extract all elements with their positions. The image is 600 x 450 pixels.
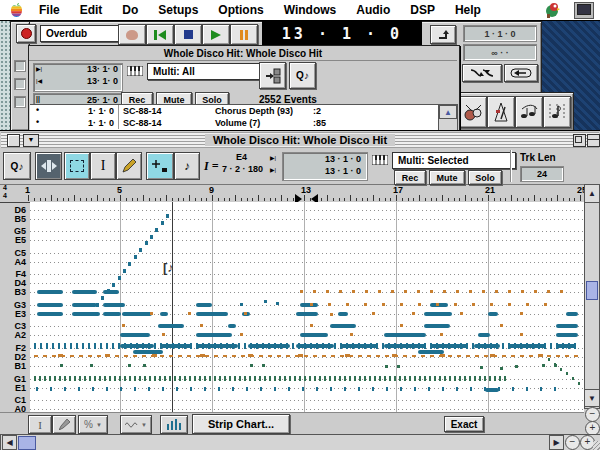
midi-note[interactable] [338,312,348,316]
vscroll-down-arrow[interactable]: ▼ [584,389,600,407]
menu-file[interactable]: File [29,3,70,17]
app-icon[interactable] [543,2,560,18]
menu-help[interactable]: Help [445,3,491,17]
insert-pitch[interactable]: E4 [236,152,247,162]
midi-note[interactable] [120,333,150,337]
loop-counter-display[interactable]: 1 · 1 · 0 [463,25,537,42]
midi-note[interactable] [430,303,448,307]
hscroll-left-arrow[interactable]: ◀ [2,435,17,450]
midi-note[interactable] [300,303,318,307]
mem-start-value[interactable]: 13· 1· 0 [87,64,118,74]
menu-audio[interactable]: Audio [346,3,400,17]
measure-ruler[interactable]: 44 15913172125 [0,184,584,203]
midi-note[interactable] [556,333,578,337]
loop-repeat-display[interactable]: ∞ · · [463,44,537,61]
midi-note[interactable] [37,303,63,307]
reshape-tool-button[interactable] [146,152,174,180]
midi-note[interactable] [424,324,450,328]
pencil-edit-button[interactable] [52,415,76,434]
exact-button[interactable]: Exact [444,416,484,432]
midi-note[interactable] [72,312,100,316]
collapse-box[interactable] [587,134,600,147]
scroll-tool-button[interactable] [35,152,62,180]
quantize-tool-button[interactable]: Q♪ [3,152,31,180]
midi-note[interactable] [384,333,426,337]
midi-run-note[interactable] [96,303,99,307]
midi-run-note[interactable] [134,255,137,259]
midi-run-note[interactable] [560,368,562,371]
midi-run-note[interactable] [554,363,556,366]
midi-note[interactable] [556,344,576,348]
punch-return-button[interactable] [504,64,538,82]
record-button[interactable] [16,24,36,43]
mem-end-value[interactable]: 13· 1· 0 [87,76,118,86]
midi-note[interactable] [196,303,212,307]
zoom-out-horizontal-button[interactable]: − [565,435,580,450]
counter-window-titlebar[interactable]: Whole Disco Hit: Whole Disco Hit [29,46,457,61]
midi-note[interactable] [424,312,452,316]
trk-len-field[interactable]: 24 [520,166,564,182]
strip-chart-button[interactable]: Strip Chart... [192,414,290,434]
application-switcher-icon[interactable] [574,2,594,19]
midi-run-note[interactable] [155,228,158,232]
midi-run-note[interactable] [118,276,121,280]
midi-note[interactable] [72,303,97,307]
ibeam-tool-button[interactable]: I [90,152,116,180]
overdub-field[interactable]: Overdub [40,25,124,42]
rewind-button[interactable] [118,24,146,45]
quantize-note-button[interactable]: Q♪ [289,62,316,89]
midi-run-note[interactable] [548,358,550,361]
multi-selected-popup[interactable]: Multi: Selected [392,152,516,169]
stop-button[interactable] [174,24,202,45]
edit-cursor-icon[interactable]: [♪ [163,260,174,275]
menu-dsp[interactable]: DSP [400,3,445,17]
event-row[interactable]: •1· 1· 0SC-88-14Chorus Depth (93):2 [30,105,438,117]
midi-run-note[interactable] [145,241,148,245]
midi-note[interactable] [158,324,184,328]
counter-options-button[interactable] [430,25,456,44]
zoom-box[interactable] [573,134,586,147]
midi-note[interactable] [556,324,578,328]
multi-popup[interactable]: Multi: All [147,63,263,80]
percent-tool-button[interactable]: % ▼ [78,415,108,434]
metronome-button[interactable] [487,96,515,128]
midi-note[interactable] [133,350,163,354]
editor-titlebar[interactable]: ▼ Whole Disco Hit: Whole Disco Hit [1,132,599,148]
wave-tool-button[interactable]: ▼ [120,415,152,434]
solo-button[interactable]: Solo [468,170,502,185]
menu-windows[interactable]: Windows [274,3,347,17]
midi-run-note[interactable] [572,377,574,380]
midi-note[interactable] [296,312,318,316]
midi-note[interactable] [228,324,236,328]
midi-note[interactable] [300,333,328,337]
menu-options[interactable]: Options [208,3,273,17]
midi-note[interactable] [160,312,168,316]
midi-note[interactable] [160,344,192,348]
rec-button[interactable]: Rec [394,170,426,185]
menu-setups[interactable]: Setups [148,3,208,17]
menu-edit[interactable]: Edit [70,3,113,17]
mute-button[interactable]: Mute [429,170,465,185]
midi-note[interactable] [566,312,578,316]
midi-run-note[interactable] [161,221,164,225]
midi-note[interactable] [196,333,232,337]
midi-run-note[interactable] [112,283,115,287]
midi-note[interactable] [37,290,63,294]
midi-run-note[interactable] [101,296,104,300]
vertical-scrollbar[interactable] [584,202,600,409]
midi-note[interactable] [485,388,499,392]
return-to-start-button[interactable] [146,24,174,45]
midi-note[interactable] [103,290,119,294]
midi-run-note[interactable] [139,248,142,252]
panel-edge-box[interactable] [14,78,26,90]
main-counter-lcd[interactable]: 13 · 1 · 0 [262,21,422,47]
menu-do[interactable]: Do [112,3,148,17]
quantize-grid-button[interactable] [543,96,571,128]
hscroll-thumb[interactable] [18,436,36,450]
hscroll-right-arrow[interactable]: ▶ [549,435,564,450]
midi-note[interactable] [103,312,121,316]
event-scroll-up[interactable]: ▲ [439,105,457,119]
drums-button[interactable] [459,96,487,128]
midi-note[interactable] [72,290,97,294]
midi-run-note[interactable] [166,214,169,218]
